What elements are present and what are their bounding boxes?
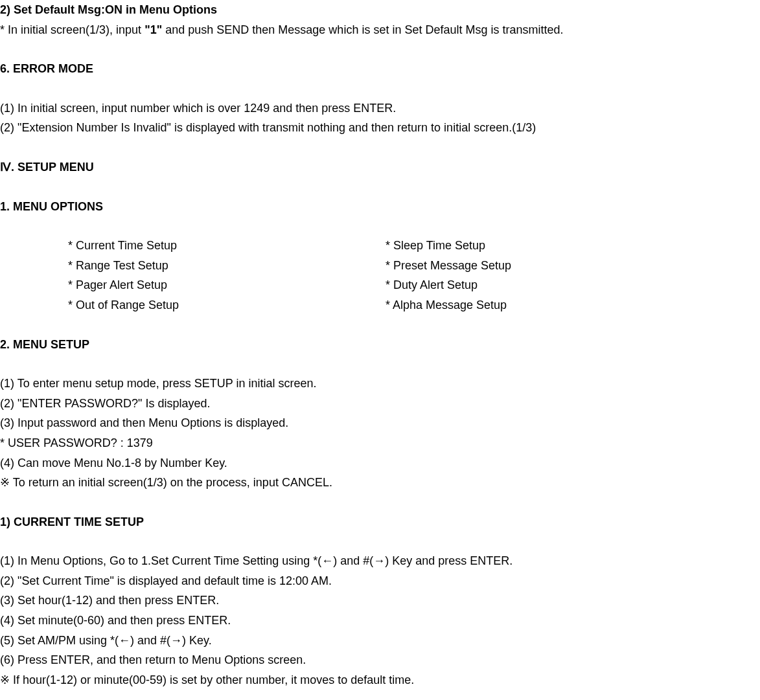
text-menu-setup-note: ※ To return an initial screen(1/3) on th…	[0, 473, 760, 493]
option-right: * Sleep Time Setup	[386, 236, 760, 256]
text-error-step1: (1) In initial screen, input number whic…	[0, 98, 760, 119]
heading-setup-menu: Ⅳ. SETUP MENU	[0, 157, 760, 177]
menu-options-row-1: * Current Time Setup * Sleep Time Setup	[68, 236, 760, 256]
document-body: 2) Set Default Msg:ON in Menu Options * …	[0, 0, 760, 690]
menu-options-row-3: * Pager Alert Setup * Duty Alert Setup	[68, 275, 760, 295]
spacer	[0, 532, 760, 551]
heading-error-mode: 6. ERROR MODE	[0, 59, 760, 79]
menu-options-row-4: * Out of Range Setup * Alpha Message Set…	[68, 295, 760, 315]
text-time-setup-4: (4) Set minute(0-60) and then press ENTE…	[0, 611, 760, 631]
text-part-b: "1"	[144, 23, 162, 36]
text-part-a: * In initial screen(1/3), input	[0, 23, 144, 36]
spacer	[0, 138, 760, 157]
spacer	[0, 315, 760, 335]
text-part-c: and push SEND then Message which is set …	[162, 23, 563, 36]
spacer	[0, 177, 760, 197]
text-initial-screen-input: * In initial screen(1/3), input "1" and …	[0, 20, 760, 40]
spacer	[0, 40, 760, 59]
option-left: * Current Time Setup	[68, 236, 386, 256]
text-error-step2: (2) "Extension Number Is Invalid" is dis…	[0, 118, 760, 138]
text-time-setup-note: ※ If hour(1-12) or minute(00-59) is set …	[0, 670, 760, 690]
text-menu-setup-4: (4) Can move Menu No.1-8 by Number Key.	[0, 453, 760, 473]
heading-current-time-setup: 1) CURRENT TIME SETUP	[0, 512, 760, 532]
option-right: * Duty Alert Setup	[386, 275, 760, 295]
heading-menu-setup: 2. MENU SETUP	[0, 335, 760, 355]
spacer	[0, 79, 760, 98]
option-right: * Preset Message Setup	[386, 256, 760, 276]
text-time-setup-6: (6) Press ENTER, and then return to Menu…	[0, 650, 760, 670]
text-time-setup-5: (5) Set AM/PM using *(←) and #(→) Key.	[0, 631, 760, 651]
text-time-setup-1: (1) In Menu Options, Go to 1.Set Current…	[0, 551, 760, 571]
text-time-setup-3: (3) Set hour(1-12) and then press ENTER.	[0, 591, 760, 611]
spacer	[0, 354, 760, 374]
heading-default-msg: 2) Set Default Msg:ON in Menu Options	[0, 0, 760, 20]
option-left: * Range Test Setup	[68, 256, 386, 276]
heading-menu-options: 1. MENU OPTIONS	[0, 197, 760, 217]
text-menu-setup-1: (1) To enter menu setup mode, press SETU…	[0, 374, 760, 394]
option-right: * Alpha Message Setup	[386, 295, 760, 315]
text-user-password: * USER PASSWORD? : 1379	[0, 433, 760, 453]
option-left: * Out of Range Setup	[68, 295, 386, 315]
menu-options-row-2: * Range Test Setup * Preset Message Setu…	[68, 256, 760, 276]
text-menu-setup-3: (3) Input password and then Menu Options…	[0, 413, 760, 433]
spacer	[0, 493, 760, 512]
option-left: * Pager Alert Setup	[68, 275, 386, 295]
text-time-setup-2: (2) "Set Current Time" is displayed and …	[0, 571, 760, 591]
spacer	[0, 216, 760, 236]
text-menu-setup-2: (2) "ENTER PASSWORD?" Is displayed.	[0, 394, 760, 414]
